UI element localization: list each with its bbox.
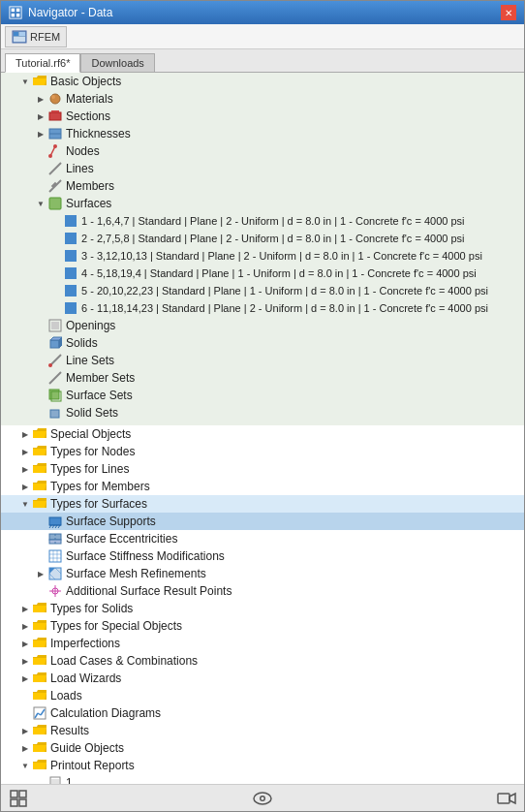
expand-basic-objects[interactable]: ▼: [18, 75, 32, 88]
sections-label: Sections: [66, 109, 110, 123]
expand-types-special[interactable]: ▶: [18, 619, 32, 633]
tree-item-calculation-diagrams[interactable]: Calculation Diagrams: [1, 704, 524, 722]
expand-surfaces[interactable]: ▼: [34, 197, 47, 210]
tree-item-thicknesses[interactable]: ▶ Thicknesses: [1, 125, 524, 142]
tab-tutorial[interactable]: Tutorial.rf6*: [5, 53, 80, 73]
surface-stiffness-icon: [47, 548, 63, 564]
expand-types-solids[interactable]: ▶: [18, 602, 32, 615]
svg-rect-23: [65, 233, 77, 244]
grid-status-button[interactable]: [9, 789, 28, 808]
tab-downloads[interactable]: Downloads: [80, 53, 154, 72]
video-status-button[interactable]: [497, 789, 516, 808]
tree-item-member-sets[interactable]: Member Sets: [1, 369, 524, 387]
surface-sets-icon: [47, 388, 63, 403]
expand-types-members[interactable]: ▶: [18, 480, 32, 493]
tree-item-surf3[interactable]: 3 - 3,12,10,13 | Standard | Plane | 2 - …: [1, 247, 524, 265]
tree-item-openings[interactable]: Openings: [1, 317, 524, 334]
tree-item-surface-stiffness[interactable]: Surface Stiffness Modifications: [1, 547, 524, 565]
tree-item-surf4[interactable]: 4 - 5,18,19,4 | Standard | Plane | 1 - U…: [1, 265, 524, 282]
expand-load-wizards[interactable]: ▶: [18, 671, 32, 685]
svg-point-16: [53, 144, 57, 148]
calc-diagrams-label: Calculation Diagrams: [50, 706, 161, 720]
results-label: Results: [50, 724, 89, 737]
report-icon: [47, 775, 63, 784]
svg-rect-3: [12, 14, 15, 17]
svg-rect-38: [50, 410, 59, 418]
svg-rect-39: [49, 517, 61, 525]
expand-types-lines[interactable]: ▶: [18, 462, 32, 476]
svg-line-61: [35, 713, 38, 718]
expand-guide-objects[interactable]: ▶: [18, 741, 32, 755]
expand-materials[interactable]: ▶: [34, 92, 47, 106]
surface-stiffness-label: Surface Stiffness Modifications: [66, 549, 225, 563]
tree-item-materials[interactable]: ▶ Materials: [1, 90, 524, 108]
svg-rect-25: [65, 267, 77, 279]
navigator-window: Navigator - Data ✕ RFEM Tutorial.rf6* Do…: [0, 0, 525, 812]
svg-rect-29: [51, 322, 59, 329]
tree-item-sections[interactable]: ▶ Sections: [1, 108, 524, 125]
tree-item-load-wizards[interactable]: ▶ Load Wizards: [1, 670, 524, 687]
tree-item-types-for-nodes[interactable]: ▶ Types for Nodes: [1, 443, 524, 460]
tree-item-imperfections[interactable]: ▶ Imperfections: [1, 635, 524, 652]
expand-types-nodes[interactable]: ▶: [18, 445, 32, 458]
solids-label: Solids: [66, 336, 98, 350]
tree-item-surf2[interactable]: 2 - 2,7,5,8 | Standard | Plane | 2 - Uni…: [1, 230, 524, 247]
tree-item-special-objects[interactable]: ▶ Special Objects: [1, 425, 524, 443]
expand-sections[interactable]: ▶: [34, 109, 47, 123]
surface-sets-label: Surface Sets: [66, 389, 133, 402]
tree-item-nodes[interactable]: Nodes: [1, 142, 524, 160]
tree-item-results[interactable]: ▶ Results: [1, 722, 524, 739]
tree-item-types-for-special-objects[interactable]: ▶ Types for Special Objects: [1, 617, 524, 635]
tree-item-surface-mesh[interactable]: ▶ Surface Mesh Refinements: [1, 565, 524, 582]
tree-item-surf5[interactable]: 5 - 20,10,22,23 | Standard | Plane | 1 -…: [1, 282, 524, 299]
surface-supports-icon: [47, 514, 63, 529]
tree-item-types-for-surfaces[interactable]: ▼ Types for Surfaces: [1, 495, 524, 513]
close-button[interactable]: ✕: [501, 5, 516, 20]
expand-special-objects[interactable]: ▶: [18, 427, 32, 441]
lines-label: Lines: [66, 162, 94, 175]
tree-item-surfaces[interactable]: ▼ Surfaces: [1, 195, 524, 212]
tree-item-surf1[interactable]: 1 - 1,6,4,7 | Standard | Plane | 2 - Uni…: [1, 212, 524, 230]
expand-imperfections[interactable]: ▶: [18, 637, 32, 650]
svg-rect-48: [49, 550, 61, 562]
expand-printout-reports[interactable]: ▼: [18, 759, 32, 772]
rfem-button[interactable]: RFEM: [5, 26, 67, 47]
tree-item-basic-objects[interactable]: ▼ Basic Objects: [1, 73, 524, 90]
tree-container[interactable]: ▼ Basic Objects ▶ Materials: [1, 73, 524, 784]
tree-item-surface-sets[interactable]: Surface Sets: [1, 387, 524, 404]
types-for-solids-label: Types for Solids: [50, 602, 133, 615]
grid-icon: [10, 790, 27, 807]
tree-item-types-for-solids[interactable]: ▶ Types for Solids: [1, 600, 524, 617]
tree-item-surf6[interactable]: 6 - 11,18,14,23 | Standard | Plane | 2 -…: [1, 299, 524, 317]
tree-item-surface-supports[interactable]: Surface Supports: [1, 513, 524, 530]
expand-results[interactable]: ▶: [18, 724, 32, 737]
tree-item-line-sets[interactable]: Line Sets: [1, 352, 524, 369]
tree-item-members[interactable]: Members: [1, 177, 524, 195]
svg-rect-2: [16, 9, 20, 13]
tree-item-load-cases[interactable]: ▶ Load Cases & Combinations: [1, 652, 524, 670]
surfaces-icon: [47, 196, 63, 211]
tree-item-types-for-lines[interactable]: ▶ Types for Lines: [1, 460, 524, 478]
openings-label: Openings: [66, 319, 115, 332]
tree-item-surface-eccentricities[interactable]: Surface Eccentricities: [1, 530, 524, 547]
svg-rect-24: [65, 250, 77, 262]
tree-item-printout-reports[interactable]: ▼ Printout Reports: [1, 757, 524, 774]
tree-item-additional-surface[interactable]: Additional Surface Result Points: [1, 582, 524, 600]
expand-types-surfaces[interactable]: ▼: [18, 497, 32, 511]
types-for-special-label: Types for Special Objects: [50, 619, 182, 633]
tree-item-types-for-members[interactable]: ▶ Types for Members: [1, 478, 524, 495]
load-cases-label: Load Cases & Combinations: [50, 654, 198, 668]
surface-eccentricities-icon: [47, 531, 63, 547]
folder-types-members-icon: [32, 479, 47, 494]
expand-thicknesses[interactable]: ▶: [34, 127, 47, 141]
tree-item-report-1[interactable]: 1: [1, 774, 524, 784]
expand-load-cases[interactable]: ▶: [18, 654, 32, 668]
eye-status-button[interactable]: [253, 789, 272, 808]
tree-item-solids[interactable]: Solids: [1, 334, 524, 352]
tree-item-solid-sets[interactable]: Solid Sets: [1, 404, 524, 422]
tree-item-lines[interactable]: Lines: [1, 160, 524, 177]
expand-surface-mesh[interactable]: ▶: [34, 567, 47, 580]
tree-item-guide-objects[interactable]: ▶ Guide Objects: [1, 739, 524, 757]
tree-item-loads[interactable]: Loads: [1, 687, 524, 704]
svg-line-18: [49, 163, 61, 174]
